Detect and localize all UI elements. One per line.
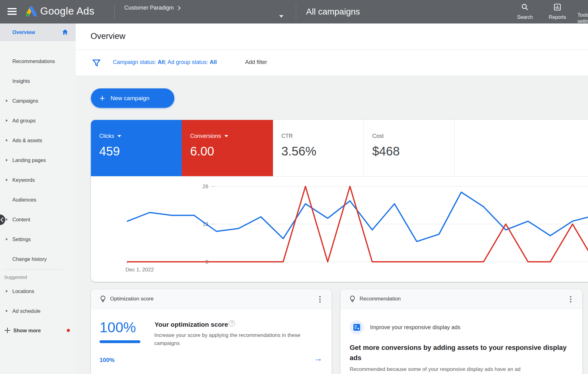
optimization-heading: Your optimization score xyxy=(155,321,228,328)
sidebar-item-keywords[interactable]: Keywords xyxy=(0,173,76,187)
reports-button[interactable]: Tools & settings Reports xyxy=(543,3,571,20)
main-content: Overview Campaign status: All; Ad group … xyxy=(76,23,588,374)
google-ads-app: Google Ads Customer Paradigm All campaig… xyxy=(0,0,588,374)
notification-dot xyxy=(67,329,70,332)
metric-tab-conversions[interactable]: Conversions 6.00 xyxy=(182,120,273,176)
reports-icon xyxy=(553,3,561,11)
card-header: Optimization score xyxy=(91,289,332,309)
expand-caret-icon xyxy=(6,100,8,102)
sidebar-item-settings[interactable]: Settings xyxy=(0,232,76,246)
menu-icon[interactable] xyxy=(7,8,17,15)
more-options-icon[interactable] xyxy=(566,295,575,304)
card-title: Optimization score xyxy=(110,296,154,302)
google-ads-logo-icon xyxy=(25,6,38,19)
lightbulb-icon xyxy=(99,295,107,304)
metric-tab-empty xyxy=(455,120,588,176)
expand-caret-icon xyxy=(6,179,8,181)
sidebar-divider xyxy=(3,269,64,270)
metric-value-conversions: 6.00 xyxy=(190,144,273,158)
sidebar-nav: Overview Recommendations Insights Campai… xyxy=(0,23,76,374)
sidebar-item-change-history[interactable]: Change history xyxy=(0,252,76,266)
metric-value-cost: $468 xyxy=(372,144,454,158)
metric-tab-clicks[interactable]: Clicks 459 xyxy=(91,120,182,176)
metric-tab-ctr[interactable]: CTR 3.56% xyxy=(273,120,364,176)
sidebar-item-insights[interactable]: Insights xyxy=(0,74,76,88)
chevron-down-icon[interactable] xyxy=(117,135,121,137)
optimization-description: Increase your score by applying the reco… xyxy=(154,331,309,347)
responsive-ads-icon xyxy=(350,320,364,334)
breadcrumb-account: Customer Paradigm xyxy=(124,5,174,11)
topbar-divider xyxy=(114,4,115,19)
metric-tabs: Clicks 459 Conversions 6.00 CTR 3.56% Co… xyxy=(91,120,588,176)
new-campaign-button[interactable]: + New campaign xyxy=(91,88,174,108)
expand-caret-icon xyxy=(6,159,8,161)
topbar-divider xyxy=(296,4,296,19)
search-button[interactable]: Search xyxy=(511,3,539,20)
chevron-left-icon xyxy=(0,217,4,223)
sidebar-item-ads-assets[interactable]: Ads & assets xyxy=(0,134,76,147)
sidebar-item-recommendations[interactable]: Recommendations xyxy=(0,54,76,68)
sidebar-item-audiences[interactable]: Audiences xyxy=(0,193,76,206)
expand-caret-icon xyxy=(6,290,8,292)
section-title: All campaigns xyxy=(306,7,360,17)
recommendation-card: Recommendation Improve your responsive d… xyxy=(340,289,582,374)
arrow-right-icon[interactable]: → xyxy=(314,354,322,363)
overview-body: + New campaign Clicks 459 Conversions 6.… xyxy=(76,76,588,374)
tools-settings-button[interactable]: Tools & settings xyxy=(577,12,588,24)
lightbulb-icon xyxy=(348,295,356,304)
expand-caret-icon xyxy=(6,218,8,221)
recommendation-tag[interactable]: Improve your responsive display ads xyxy=(370,324,460,331)
expand-caret-icon xyxy=(6,139,8,142)
page-title: Overview xyxy=(91,32,126,41)
status-filter[interactable]: Campaign status: All; Ad group status: A… xyxy=(113,59,217,66)
chevron-down-icon[interactable] xyxy=(224,135,228,137)
sidebar-item-content[interactable]: Content xyxy=(0,213,76,226)
sidebar-item-landing-pages[interactable]: Landing pages xyxy=(0,153,76,167)
search-icon xyxy=(521,3,529,11)
optimization-score-progressbar xyxy=(100,340,140,343)
metric-value-ctr: 3.56% xyxy=(281,144,364,158)
page-header: Overview xyxy=(76,23,588,50)
sidebar-item-ad-schedule[interactable]: Ad schedule xyxy=(0,304,76,318)
filter-bar: Campaign status: All; Ad group status: A… xyxy=(76,50,588,76)
optimization-score-card: Optimization score 100% Your optimizatio… xyxy=(91,289,332,374)
optimization-score-value: 100% xyxy=(100,319,136,336)
recommendation-description: Recommended because some of your respons… xyxy=(350,365,572,373)
sidebar-item-campaigns[interactable]: Campaigns xyxy=(0,94,76,108)
top-app-bar: Google Ads Customer Paradigm All campaig… xyxy=(0,0,588,23)
optimization-footer-score[interactable]: 100% xyxy=(100,357,115,363)
performance-summary-card: Clicks 459 Conversions 6.00 CTR 3.56% Co… xyxy=(91,120,588,282)
card-title: Recommendation xyxy=(360,296,401,302)
metric-tab-cost[interactable]: Cost $468 xyxy=(364,120,455,176)
help-icon[interactable]: ? xyxy=(229,320,235,326)
performance-line-chart[interactable]: 01326Dec 1, 2022 xyxy=(91,176,588,282)
recommendation-heading: Get more conversions by adding assets to… xyxy=(350,342,570,363)
expand-caret-icon xyxy=(6,238,8,240)
home-icon xyxy=(61,28,69,37)
sidebar-item-overview[interactable]: Overview xyxy=(0,23,76,41)
filter-funnel-icon xyxy=(92,58,101,68)
brand-title: Google Ads xyxy=(40,5,95,17)
expand-caret-icon xyxy=(6,310,8,312)
account-dropdown-caret-icon[interactable] xyxy=(279,15,283,18)
metric-value-clicks: 459 xyxy=(99,144,182,158)
chevron-right-icon xyxy=(177,6,181,11)
svg-text:26: 26 xyxy=(202,184,208,189)
card-header: Recommendation xyxy=(340,289,582,309)
plus-icon xyxy=(4,327,11,335)
breadcrumb[interactable]: Customer Paradigm xyxy=(124,5,181,11)
svg-text:Dec 1, 2022: Dec 1, 2022 xyxy=(126,267,154,273)
suggested-section-label: Suggested xyxy=(4,274,27,280)
expand-caret-icon xyxy=(6,119,8,122)
show-more-button[interactable]: Show more xyxy=(0,324,76,337)
sidebar-item-locations[interactable]: Locations xyxy=(0,284,76,298)
add-filter-button[interactable]: Add filter xyxy=(245,59,267,66)
more-options-icon[interactable] xyxy=(316,295,324,304)
sidebar-item-ad-groups[interactable]: Ad groups xyxy=(0,114,76,127)
